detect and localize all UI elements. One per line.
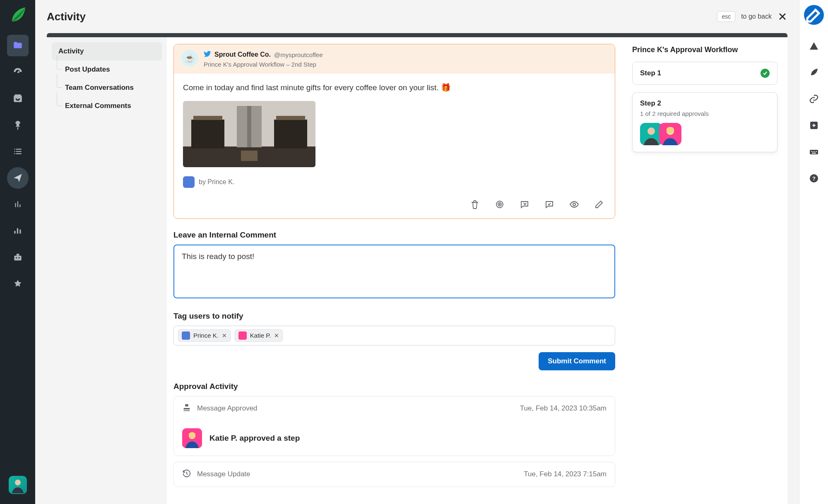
twitter-icon (204, 50, 211, 59)
post-action-bar (174, 196, 615, 218)
leaf-icon[interactable] (809, 67, 819, 78)
svg-rect-7 (811, 151, 812, 152)
post-card: ☕ Sprout Coffee Co. @mysproutcoffee Prin… (173, 44, 615, 219)
svg-point-30 (647, 127, 655, 135)
svg-rect-19 (274, 120, 307, 149)
post-image (183, 101, 315, 167)
submit-comment-button[interactable]: Submit Comment (539, 352, 615, 370)
alert-icon[interactable] (809, 41, 819, 51)
nav-pulse-icon[interactable] (7, 194, 29, 215)
internal-comment-input[interactable] (173, 245, 615, 298)
approval-activity-card: Message Approved Tue, Feb 14, 2023 10:35… (173, 396, 615, 456)
activity-main: ☕ Sprout Coffee Co. @mysproutcoffee Prin… (167, 37, 622, 504)
chip-remove-icon[interactable]: ✕ (274, 332, 279, 339)
svg-point-2 (16, 257, 17, 258)
help-icon[interactable]: ? (809, 173, 819, 184)
post-card-header: ☕ Sprout Coffee Co. @mysproutcoffee Prin… (174, 44, 615, 74)
nav-inbox-icon[interactable] (7, 88, 29, 109)
user-chip: Katie P. ✕ (235, 329, 283, 342)
stamp-icon (182, 403, 191, 414)
post-byline: by Prince K. (183, 176, 606, 188)
step-label: Step 1 (640, 69, 661, 77)
edit-icon[interactable] (594, 199, 604, 209)
workflow-panel: Prince K's Approval Workflow Step 1 Step… (622, 37, 787, 504)
svg-point-4 (15, 480, 21, 485)
svg-rect-22 (241, 151, 258, 161)
main-panel: Activity Post Updates Team Conversations… (47, 33, 787, 504)
app-logo (8, 5, 28, 25)
utility-rail: ? (799, 0, 828, 504)
comment-icon[interactable] (544, 199, 554, 209)
approval-activity-title: Approval Activity (173, 382, 615, 391)
chip-label: Katie P. (250, 332, 271, 339)
svg-rect-10 (816, 151, 817, 152)
close-icon[interactable] (777, 12, 787, 22)
nav-pin-icon[interactable] (7, 114, 29, 136)
check-circle-icon (761, 69, 770, 78)
svg-point-25 (499, 204, 500, 205)
svg-rect-21 (276, 116, 305, 120)
activity-time: Tue, Feb 14, 2023 10:35am (520, 404, 607, 413)
subnav-item-label: External Comments (65, 102, 131, 110)
keyboard-icon[interactable] (809, 146, 819, 157)
tag-users-input[interactable]: Prince K. ✕ Katie P. ✕ (173, 326, 615, 346)
eye-icon[interactable] (569, 199, 579, 209)
step-label: Step 2 (640, 99, 661, 108)
user-chip: Prince K. ✕ (178, 329, 231, 342)
svg-rect-0 (14, 256, 21, 261)
page-title: Activity (47, 10, 86, 23)
activity-label: Message Update (197, 470, 250, 478)
primary-nav (0, 0, 35, 504)
activity-label: Message Approved (197, 404, 258, 413)
nav-dashboard-icon[interactable] (7, 61, 29, 83)
step-subtext: 1 of 2 required approvals (640, 110, 770, 117)
subnav-activity[interactable]: Activity (52, 42, 162, 60)
subnav-item-label: Team Conversations (65, 84, 134, 92)
subnav-external-comments[interactable]: External Comments (58, 97, 162, 115)
activity-subnav: Activity Post Updates Team Conversations… (47, 37, 167, 504)
brand-name: Sprout Coffee Co. (214, 51, 271, 58)
svg-point-3 (18, 257, 19, 258)
delete-icon[interactable] (470, 199, 480, 209)
comment-section-title: Leave an Internal Comment (173, 230, 615, 240)
svg-rect-18 (191, 120, 224, 149)
chip-avatar (182, 331, 190, 340)
nav-folder-icon[interactable] (7, 35, 29, 56)
panel-accent-bar (47, 33, 787, 37)
chip-avatar (238, 331, 247, 340)
svg-text:?: ? (812, 175, 816, 182)
esc-key-hint: esc (717, 11, 735, 22)
reply-icon[interactable] (520, 199, 530, 209)
workflow-step-label: Prince K's Approval Workflow – 2nd Step (204, 61, 607, 68)
chip-remove-icon[interactable]: ✕ (222, 332, 227, 339)
nav-send-icon[interactable] (7, 167, 29, 189)
activity-time: Tue, Feb 14, 2023 7:15am (524, 470, 607, 478)
chip-label: Prince K. (193, 332, 219, 339)
post-text: Come in today and find last minute gifts… (183, 82, 606, 94)
plus-icon[interactable] (809, 120, 819, 131)
svg-rect-9 (814, 151, 815, 152)
go-back-text: to go back (741, 13, 772, 20)
svg-rect-17 (247, 106, 251, 147)
compose-button[interactable] (804, 5, 824, 25)
subnav-team-conversations[interactable]: Team Conversations (58, 79, 162, 97)
svg-rect-11 (812, 153, 816, 154)
nav-list-icon[interactable] (7, 141, 29, 162)
nav-bars-icon[interactable] (7, 220, 29, 242)
approver-avatar (182, 428, 202, 448)
author-avatar (183, 176, 195, 188)
svg-rect-8 (813, 151, 814, 152)
history-icon (182, 469, 191, 480)
nav-star-icon[interactable] (7, 273, 29, 295)
svg-rect-1 (16, 254, 19, 255)
link-icon[interactable] (809, 94, 819, 104)
nav-bot-icon[interactable] (7, 247, 29, 268)
approver-avatar (659, 123, 681, 145)
subnav-post-updates[interactable]: Post Updates (58, 60, 162, 79)
workflow-step-card[interactable]: Step 1 (632, 62, 777, 85)
nav-user-avatar[interactable] (9, 476, 27, 494)
target-icon[interactable] (495, 199, 505, 209)
activity-detail: Katie P. approved a step (209, 434, 300, 443)
workflow-step-card[interactable]: Step 2 1 of 2 required approvals (632, 92, 777, 152)
brand-avatar: ☕ (181, 50, 198, 67)
